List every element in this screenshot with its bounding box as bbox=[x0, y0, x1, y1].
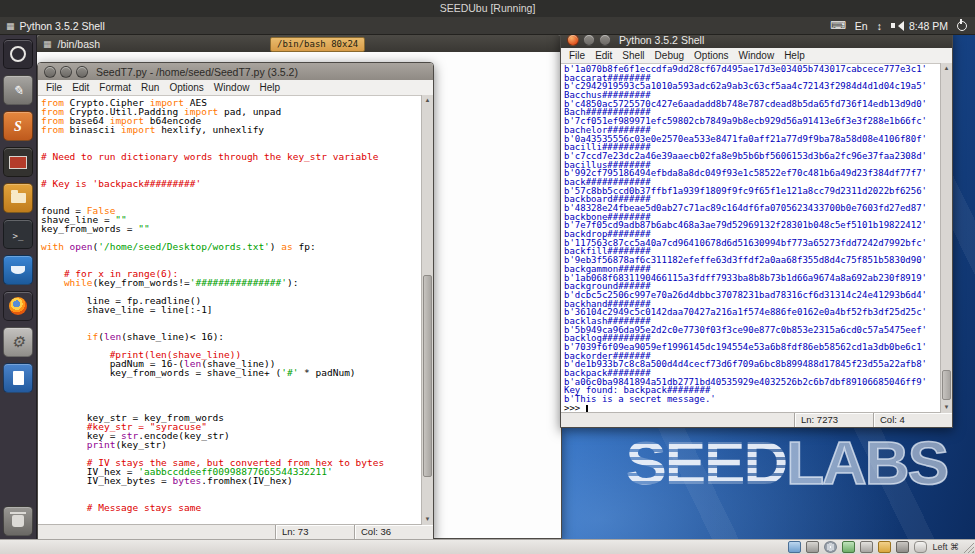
shell-output[interactable]: b'1a070b8fe6f1eccdfa9dd28cf67d495ae17d3e… bbox=[561, 64, 952, 412]
shell-menubar: FileEditShellDebugOptionsWindowHelp bbox=[561, 48, 952, 64]
editor-col-indicator: Col: 36 bbox=[354, 525, 433, 539]
shell-menu-options[interactable]: Options bbox=[689, 50, 733, 61]
close-button[interactable] bbox=[567, 34, 579, 46]
settings-icon[interactable] bbox=[3, 327, 33, 357]
code-line: shave_line = line[:-1] bbox=[41, 305, 421, 314]
code-line: from binascii import hexlify, unhexlify bbox=[41, 125, 421, 134]
clock[interactable]: 8:48 PM bbox=[909, 20, 948, 32]
editor-window-buttons bbox=[44, 66, 88, 78]
shell-menu-shell[interactable]: Shell bbox=[617, 50, 649, 61]
dash-home-icon[interactable] bbox=[3, 39, 33, 69]
session-indicator-icon[interactable] bbox=[957, 21, 967, 31]
resize-grip[interactable] bbox=[963, 542, 974, 553]
shell-scroll-thumb[interactable] bbox=[942, 370, 951, 400]
code-line bbox=[41, 386, 421, 395]
cd-status-icon[interactable] bbox=[824, 541, 837, 553]
code-line: # Message stays same bbox=[41, 503, 421, 512]
code-line: with open('/home/seed/Desktop/words.txt'… bbox=[41, 242, 421, 251]
network-status-icon[interactable] bbox=[842, 541, 855, 553]
libreoffice-icon[interactable] bbox=[3, 363, 33, 393]
shell-menu-debug[interactable]: Debug bbox=[650, 50, 689, 61]
shell-menu-help[interactable]: Help bbox=[779, 50, 810, 61]
usb-status-icon[interactable] bbox=[860, 541, 873, 553]
python-shell-window[interactable]: Python 3.5.2 Shell FileEditShellDebugOpt… bbox=[560, 30, 953, 428]
minimize-button[interactable] bbox=[583, 34, 595, 46]
code-line: while(key_from_words!='###############')… bbox=[41, 278, 421, 287]
shell-menu-window[interactable]: Window bbox=[734, 50, 780, 61]
unity-launcher bbox=[0, 34, 37, 540]
editor-statusbar: Ln: 73 Col: 36 bbox=[38, 524, 433, 539]
seedlabs-logo-labs: LABS bbox=[786, 428, 947, 497]
code-line bbox=[41, 161, 421, 170]
editor-menu-help[interactable]: Help bbox=[254, 82, 285, 93]
code-line bbox=[41, 134, 421, 143]
shared-folder-status-icon[interactable] bbox=[878, 541, 891, 553]
keyboard-indicator-icon[interactable]: ⌨ bbox=[830, 19, 846, 32]
shell-scrollbar[interactable]: ▲ ▼ bbox=[940, 63, 952, 413]
firefox-icon[interactable] bbox=[3, 291, 33, 321]
minimize-button[interactable] bbox=[60, 66, 72, 78]
panel-indicators: ⌨ En ↕ 8:48 PM bbox=[830, 19, 975, 32]
wireshark-icon[interactable] bbox=[3, 255, 33, 285]
editor-scrollbar[interactable]: ▲ ▼ bbox=[421, 95, 433, 525]
close-button[interactable] bbox=[44, 66, 56, 78]
files-icon[interactable] bbox=[3, 183, 33, 213]
scroll-up-icon[interactable]: ▲ bbox=[941, 63, 952, 74]
shell-col-indicator: Col: 4 bbox=[873, 413, 952, 427]
vbox-titlebar: SEEDUbu [Running] bbox=[0, 0, 975, 17]
editor-code[interactable]: from Crypto.Cipher import AESfrom Crypto… bbox=[38, 96, 433, 524]
shell-menu-file[interactable]: File bbox=[564, 50, 590, 61]
editor-menubar: FileEditFormatRunOptionsWindowHelp bbox=[38, 80, 433, 96]
code-line: IV_hex_bytes = bytes.fromhex(IV_hex) bbox=[41, 476, 421, 485]
seedlabs-logo-seed: SEED bbox=[625, 428, 786, 497]
text-cursor bbox=[586, 405, 588, 412]
scroll-down-icon[interactable]: ▼ bbox=[422, 514, 433, 525]
code-line: key_from_words = shave_line+ ('#' * padN… bbox=[41, 368, 421, 377]
shell-menu-edit[interactable]: Edit bbox=[590, 50, 617, 61]
seed-app-icon[interactable] bbox=[3, 111, 33, 141]
terminal-icon[interactable] bbox=[3, 219, 33, 249]
editor-titlebar[interactable]: SeedT7.py - /home/seed/SeedT7.py (3.5.2) bbox=[38, 63, 433, 80]
shell-output-line: b'This is a secret message.' bbox=[564, 395, 938, 404]
shell-title: Python 3.5.2 Shell bbox=[619, 34, 704, 46]
editor-title: SeedT7.py - /home/seed/SeedT7.py (3.5.2) bbox=[96, 66, 298, 78]
vbox-title: SEEDUbu [Running] bbox=[440, 2, 536, 14]
vbox-statusbar: Left ⌘ bbox=[0, 539, 975, 554]
editor-menu-run[interactable]: Run bbox=[136, 82, 164, 93]
terminal-window-menu-icon[interactable]: ▦ bbox=[43, 39, 52, 49]
hdd-status-icon[interactable] bbox=[806, 541, 819, 553]
code-line: if(len(shave_line)< 16): bbox=[41, 332, 421, 341]
trash-icon[interactable] bbox=[3, 506, 33, 536]
app-menu-grid-icon[interactable]: ▦ bbox=[6, 21, 15, 31]
code-line: # Need to run dictionary words through t… bbox=[41, 152, 421, 161]
text-editor-icon[interactable] bbox=[3, 75, 33, 105]
shell-statusbar: Ln: 7273 Col: 4 bbox=[561, 412, 952, 427]
volume-indicator-icon[interactable] bbox=[891, 23, 895, 28]
active-window-title: Python 3.5.2 Shell bbox=[20, 20, 105, 32]
editor-menu-format[interactable]: Format bbox=[94, 82, 136, 93]
editor-menu-options[interactable]: Options bbox=[164, 82, 208, 93]
code-line bbox=[41, 251, 421, 260]
mouse-status-icon[interactable] bbox=[914, 541, 927, 553]
shell-window-buttons bbox=[567, 34, 611, 46]
maximize-button[interactable] bbox=[599, 34, 611, 46]
maximize-button[interactable] bbox=[76, 66, 88, 78]
network-indicator-icon[interactable]: ↕ bbox=[877, 20, 882, 32]
language-indicator[interactable]: En bbox=[855, 20, 868, 32]
editor-menu-edit[interactable]: Edit bbox=[67, 82, 94, 93]
ubuntu-top-panel: ▦ Python 3.5.2 Shell ⌨ En ↕ 8:48 PM bbox=[0, 17, 975, 35]
scroll-down-icon[interactable]: ▼ bbox=[941, 402, 952, 413]
scroll-up-icon[interactable]: ▲ bbox=[422, 95, 433, 106]
code-line: print(key_str) bbox=[41, 440, 421, 449]
code-editor-icon[interactable] bbox=[3, 147, 33, 177]
shell-prompt[interactable]: >>> bbox=[564, 404, 938, 412]
editor-scroll-thumb[interactable] bbox=[423, 275, 432, 477]
display-status-icon[interactable] bbox=[788, 541, 801, 553]
idle-editor-window[interactable]: SeedT7.py - /home/seed/SeedT7.py (3.5.2)… bbox=[37, 62, 434, 540]
terminal-resize-tooltip: /bin/bash 80x24 bbox=[270, 37, 365, 52]
editor-menu-window[interactable]: Window bbox=[209, 82, 255, 93]
editor-line-indicator: Ln: 73 bbox=[275, 525, 354, 539]
code-line bbox=[41, 485, 421, 494]
webcam-status-icon[interactable] bbox=[896, 541, 909, 553]
editor-menu-file[interactable]: File bbox=[41, 82, 67, 93]
